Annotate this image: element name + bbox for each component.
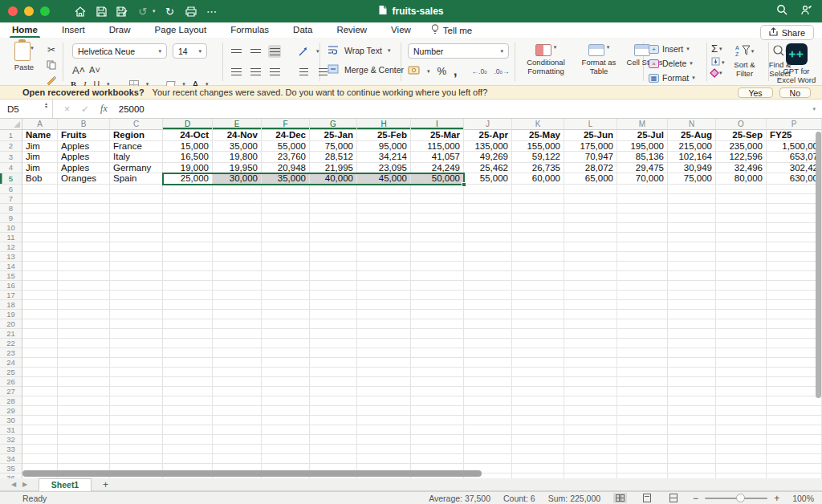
cell-K5[interactable]: 60,000 (512, 173, 564, 185)
cell-N5[interactable]: 75,000 (668, 173, 716, 185)
cell-O5[interactable]: 80,000 (716, 173, 767, 185)
cell-G2[interactable]: 75,000 (310, 141, 357, 152)
search-icon[interactable] (776, 4, 787, 18)
cell-F14[interactable] (262, 262, 310, 271)
cell-P7[interactable] (767, 194, 822, 204)
cell-B9[interactable] (58, 213, 110, 223)
cell-L7[interactable] (564, 194, 617, 204)
cell-K23[interactable] (512, 348, 564, 358)
cell-M30[interactable] (617, 416, 668, 425)
cell-P2[interactable]: 1,500,00 (767, 141, 822, 152)
cell-D34[interactable] (163, 454, 213, 464)
cell-A21[interactable] (22, 329, 58, 339)
column-header-G[interactable]: G (310, 119, 357, 130)
cell-P27[interactable] (767, 387, 822, 396)
cell-H27[interactable] (357, 387, 411, 396)
cell-G4[interactable]: 21,995 (310, 163, 357, 174)
cell-H14[interactable] (357, 262, 411, 271)
cell-G13[interactable] (310, 252, 357, 262)
cell-B5[interactable]: Oranges (58, 173, 110, 185)
cell-C1[interactable]: Region (110, 130, 163, 141)
cell-E23[interactable] (213, 348, 262, 358)
cell-O2[interactable]: 235,000 (716, 141, 767, 152)
row-header-18[interactable]: 18 (0, 300, 22, 310)
tab-draw[interactable]: Draw (97, 23, 143, 37)
cell-L35[interactable] (564, 464, 617, 474)
cell-B3[interactable]: Apples (58, 152, 110, 163)
cell-I22[interactable] (411, 339, 464, 348)
cell-C5[interactable]: Spain (110, 173, 163, 185)
cell-B10[interactable] (58, 223, 110, 233)
cell-N34[interactable] (668, 454, 716, 464)
row-header-24[interactable]: 24 (0, 358, 22, 368)
cell-H3[interactable]: 34,214 (357, 152, 411, 163)
cell-G14[interactable] (310, 262, 357, 271)
cell-A27[interactable] (22, 387, 58, 396)
row-header-29[interactable]: 29 (0, 406, 22, 416)
cell-G19[interactable] (310, 310, 357, 319)
cell-J24[interactable] (464, 358, 512, 368)
cell-L10[interactable] (564, 223, 617, 233)
cell-M25[interactable] (617, 368, 668, 377)
cell-E11[interactable] (213, 233, 262, 242)
cell-F20[interactable] (262, 319, 310, 329)
cell-D32[interactable] (163, 435, 213, 445)
cell-L28[interactable] (564, 396, 617, 406)
row-header-33[interactable]: 33 (0, 445, 22, 454)
cell-L21[interactable] (564, 329, 617, 339)
cell-A16[interactable] (22, 281, 58, 291)
cell-D12[interactable] (163, 242, 213, 252)
fill-button[interactable]: ▾ (711, 57, 725, 67)
cell-E4[interactable]: 19,950 (213, 163, 262, 174)
cell-K22[interactable] (512, 339, 564, 348)
cell-P14[interactable] (767, 262, 822, 271)
cell-J9[interactable] (464, 213, 512, 223)
cell-D27[interactable] (163, 387, 213, 396)
cell-B19[interactable] (58, 310, 110, 319)
cell-H19[interactable] (357, 310, 411, 319)
cell-K26[interactable] (512, 377, 564, 387)
cell-I28[interactable] (411, 396, 464, 406)
cell-L32[interactable] (564, 435, 617, 445)
cell-N16[interactable] (668, 281, 716, 291)
cell-N17[interactable] (668, 291, 716, 300)
cell-J33[interactable] (464, 445, 512, 454)
cell-D19[interactable] (163, 310, 213, 319)
cell-G11[interactable] (310, 233, 357, 242)
cell-J18[interactable] (464, 300, 512, 310)
cell-H2[interactable]: 95,000 (357, 141, 411, 152)
cell-D10[interactable] (163, 223, 213, 233)
cell-O13[interactable] (716, 252, 767, 262)
cell-G32[interactable] (310, 435, 357, 445)
cell-G15[interactable] (310, 271, 357, 281)
cell-E12[interactable] (213, 242, 262, 252)
cell-L31[interactable] (564, 425, 617, 435)
cell-P32[interactable] (767, 435, 822, 445)
cell-B34[interactable] (58, 454, 110, 464)
cell-F15[interactable] (262, 271, 310, 281)
cell-N1[interactable]: 25-Aug (668, 130, 716, 141)
cell-M20[interactable] (617, 319, 668, 329)
cell-A32[interactable] (22, 435, 58, 445)
cell-B13[interactable] (58, 252, 110, 262)
cell-N7[interactable] (668, 194, 716, 204)
cell-N22[interactable] (668, 339, 716, 348)
cell-E13[interactable] (213, 252, 262, 262)
column-header-E[interactable]: E (213, 119, 262, 130)
zoom-in-button[interactable]: + (774, 493, 779, 504)
cell-G7[interactable] (310, 194, 357, 204)
cell-E22[interactable] (213, 339, 262, 348)
cell-N21[interactable] (668, 329, 716, 339)
cell-E17[interactable] (213, 291, 262, 300)
cell-N6[interactable] (668, 185, 716, 194)
cell-I19[interactable] (411, 310, 464, 319)
previous-sheet-icon[interactable]: ◀ (8, 481, 19, 488)
cell-O29[interactable] (716, 406, 767, 416)
cell-I25[interactable] (411, 368, 464, 377)
cell-C20[interactable] (110, 319, 163, 329)
row-header-5[interactable]: 5 (0, 173, 22, 185)
cell-H8[interactable] (357, 204, 411, 213)
cell-M3[interactable]: 85,136 (617, 152, 668, 163)
cell-E6[interactable] (213, 185, 262, 194)
cell-L3[interactable]: 70,947 (564, 152, 617, 163)
